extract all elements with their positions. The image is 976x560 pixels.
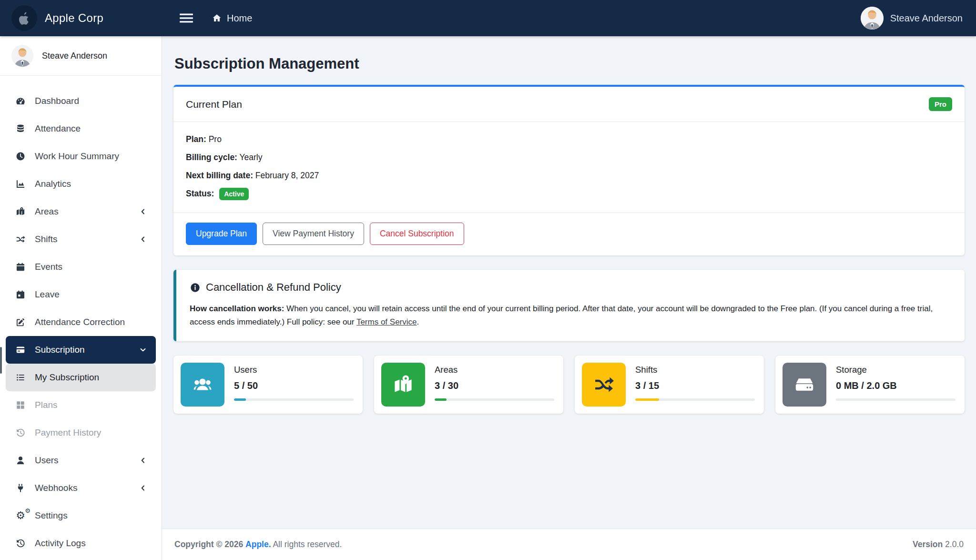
plan-field: Plan: Pro	[186, 134, 952, 144]
map-marked-icon	[14, 206, 27, 217]
status-field: Status: Active	[186, 189, 952, 199]
sidebar-item-label: Plans	[35, 400, 58, 410]
areas-usage-card: Areas 3 / 30	[374, 356, 563, 414]
status-badge: Active	[219, 188, 249, 200]
terms-of-service-link[interactable]: Terms of Service	[356, 317, 417, 326]
sidebar-user-name: Steave Anderson	[42, 51, 107, 61]
sidebar-item-label: Webhooks	[35, 483, 77, 493]
page-title: Subscription Management	[174, 55, 965, 72]
sidebar-item-work-hour-summary[interactable]: Work Hour Summary	[6, 143, 156, 170]
apple-icon	[11, 5, 37, 31]
sidebar-item-label: Settings	[35, 510, 68, 521]
home-link[interactable]: Home	[212, 13, 252, 24]
stat-value: 0 MB / 2.0 GB	[836, 380, 957, 391]
users-group-icon	[181, 363, 224, 407]
current-plan-card: Current Plan Pro Plan: Pro Billing cycle…	[173, 85, 965, 255]
progress-bar	[234, 398, 354, 401]
home-icon	[212, 13, 222, 23]
chevron-left-icon	[139, 235, 147, 244]
sidebar-item-settings[interactable]: ⚙⚙ Settings	[6, 502, 156, 529]
stat-label: Shifts	[635, 365, 757, 375]
sidebar-item-leave[interactable]: Leave	[6, 281, 156, 308]
sidebar-item-attendance[interactable]: Attendance	[6, 115, 156, 143]
sidebar-item-label: Work Hour Summary	[35, 151, 119, 162]
history-icon	[14, 428, 27, 438]
top-navbar: Apple Corp Home Steave Anderson	[0, 0, 976, 36]
billing-cycle-field: Billing cycle: Yearly	[186, 153, 952, 163]
chart-area-icon	[14, 179, 27, 189]
sidebar-item-label: Attendance	[35, 123, 81, 134]
sidebar-item-activity-logs[interactable]: Activity Logs	[6, 529, 156, 557]
sidebar-item-label: Payment History	[35, 428, 101, 438]
sidebar-item-events[interactable]: Events	[6, 253, 156, 281]
plan-badge: Pro	[929, 97, 952, 111]
sidebar-item-dashboard[interactable]: Dashboard	[6, 87, 156, 115]
sidebar-nav: Dashboard Attendance Work Hour Summary A…	[0, 76, 162, 557]
sidebar-user-panel[interactable]: Steave Anderson	[0, 36, 162, 76]
users-usage-card: Users 5 / 50	[173, 356, 363, 414]
list-icon	[14, 372, 27, 383]
sidebar-item-label: Shifts	[35, 234, 58, 244]
next-billing-date-field: Next billing date: February 8, 2027	[186, 171, 952, 181]
cancellation-policy-card: Cancellation & Refund Policy How cancell…	[173, 270, 965, 341]
sidebar-item-label: Users	[35, 455, 59, 466]
copyright: Copyright © 2026 Apple. All rights reser…	[174, 540, 342, 550]
info-circle-icon	[190, 282, 201, 293]
upgrade-plan-button[interactable]: Upgrade Plan	[186, 223, 257, 245]
user-icon	[14, 455, 27, 466]
chevron-down-icon	[139, 346, 147, 354]
sidebar-scrollbar-thumb[interactable]	[0, 347, 2, 374]
sidebar-item-label: My Subscription	[35, 372, 99, 383]
sidebar-item-label: Events	[35, 262, 62, 272]
main-area: Subscription Management Current Plan Pro…	[162, 36, 976, 560]
sidebar-item-areas[interactable]: Areas	[6, 198, 156, 225]
sidebar-item-subscription[interactable]: Subscription	[6, 336, 156, 364]
usage-cards-row: Users 5 / 50 Areas 3 / 30	[173, 356, 965, 414]
grid-icon	[14, 400, 27, 410]
sidebar-item-payment-history[interactable]: Payment History	[6, 419, 156, 447]
chevron-left-icon	[139, 484, 147, 492]
avatar	[11, 45, 33, 67]
shifts-usage-card: Shifts 3 / 15	[575, 356, 764, 414]
stat-label: Storage	[836, 365, 957, 375]
sidebar-item-webhooks[interactable]: Webhooks	[6, 474, 156, 502]
footer: Copyright © 2026 Apple. All rights reser…	[162, 529, 976, 560]
policy-text: How cancellation works: When you cancel,…	[190, 302, 951, 329]
progress-bar	[635, 398, 755, 401]
edit-icon	[14, 317, 27, 327]
sidebar-item-label: Analytics	[35, 179, 71, 189]
calendar-icon	[14, 262, 27, 272]
sidebar-item-label: Areas	[35, 206, 59, 217]
sidebar-item-label: Leave	[35, 289, 60, 300]
apple-footer-link[interactable]: Apple.	[245, 540, 271, 549]
cancel-subscription-button[interactable]: Cancel Subscription	[370, 223, 464, 245]
sidebar-item-shifts[interactable]: Shifts	[6, 225, 156, 253]
storage-usage-card: Storage 0 MB / 2.0 GB	[775, 356, 965, 414]
gauge-icon	[14, 96, 27, 106]
policy-title: Cancellation & Refund Policy	[190, 281, 951, 294]
home-label: Home	[227, 13, 252, 24]
version: Version 2.0.0	[913, 540, 964, 550]
chevron-left-icon	[139, 456, 147, 465]
current-plan-title: Current Plan	[186, 99, 242, 110]
map-marked-icon	[381, 363, 425, 407]
sidebar-item-my-subscription[interactable]: My Subscription	[6, 364, 156, 391]
sidebar-item-attendance-correction[interactable]: Attendance Correction	[6, 308, 156, 336]
database-icon	[14, 123, 27, 134]
hamburger-icon[interactable]	[179, 12, 193, 24]
stat-value: 5 / 50	[234, 380, 356, 391]
sidebar: Steave Anderson Dashboard Attendance Wor…	[0, 36, 162, 560]
sidebar-item-label: Activity Logs	[35, 538, 86, 549]
hdd-icon	[783, 363, 826, 407]
avatar	[861, 7, 884, 30]
user-menu[interactable]: Steave Anderson	[861, 7, 976, 30]
view-payment-history-button[interactable]: View Payment History	[263, 223, 364, 245]
sidebar-item-label: Attendance Correction	[35, 317, 125, 327]
stat-value: 3 / 15	[635, 380, 757, 391]
sidebar-item-plans[interactable]: Plans	[6, 391, 156, 419]
progress-bar	[836, 398, 956, 401]
stat-label: Users	[234, 365, 356, 375]
calendar-day-icon	[14, 289, 27, 300]
sidebar-item-analytics[interactable]: Analytics	[6, 170, 156, 198]
sidebar-item-users[interactable]: Users	[6, 447, 156, 474]
